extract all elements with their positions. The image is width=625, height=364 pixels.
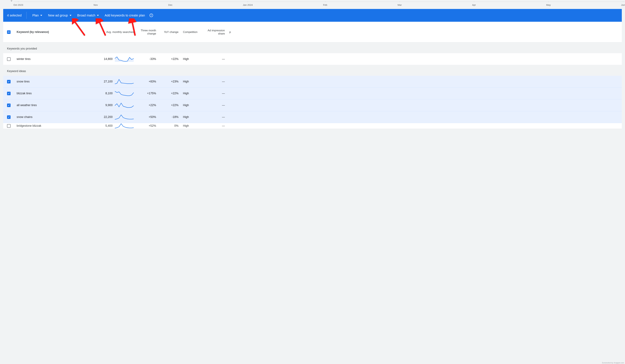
selection-count: 4 selected (7, 12, 27, 19)
three-month-change: +52% (136, 124, 158, 128)
table-row: winter tires 14,800 -33% +22% High — (3, 53, 622, 65)
impression-share-value: — (201, 92, 227, 95)
section-ideas: Keyword ideas (0, 65, 625, 76)
match-dropdown[interactable]: Broad match (77, 14, 99, 17)
col-three-month[interactable]: Three month change (136, 29, 158, 35)
chevron-down-icon (97, 15, 99, 16)
table-row: blizzak tires 8,100 +175% +22% High — (3, 87, 622, 99)
col-truncated: p (227, 30, 235, 34)
timeline-tick: Jan 2024 (243, 1, 253, 6)
adgroup-dropdown[interactable]: New ad group (48, 14, 71, 17)
add-keywords-action[interactable]: Add keywords to create plan (105, 14, 145, 17)
avg-searches-value: 27,100 (104, 80, 113, 83)
select-all-checkbox[interactable] (7, 30, 11, 34)
yoy-change: +23% (158, 80, 181, 83)
row-checkbox[interactable] (7, 92, 11, 95)
three-month-change: +175% (136, 92, 158, 95)
impression-share-value: — (201, 124, 227, 128)
timeline-tick: Mar (398, 1, 402, 6)
chevron-down-icon (70, 15, 71, 16)
selection-actionbar: 4 selected Plan New ad group Broad match… (3, 9, 622, 22)
avg-searches-cell: 22,200 (90, 114, 136, 120)
axis-zero: 0 (11, 0, 12, 2)
three-month-change: -33% (136, 57, 158, 61)
table-row: bridgestone blizzak 5,400 +52% 0% High — (3, 123, 622, 129)
avg-searches-cell: 5,400 (90, 123, 136, 129)
keyword-name[interactable]: blizzak tires (14, 92, 90, 95)
col-competition[interactable]: Competition (181, 30, 201, 34)
yoy-change: 0% (158, 124, 181, 128)
col-yoy[interactable]: YoY change (158, 30, 181, 34)
competition-value: High (181, 57, 201, 61)
avg-searches-cell: 8,100 (90, 91, 136, 96)
timeline-tick: May (546, 1, 551, 6)
plan-label: Plan (32, 14, 39, 17)
avg-searches-value: 5,400 (105, 124, 113, 128)
row-checkbox[interactable] (7, 115, 11, 119)
table-row: snow chains 22,200 +50% -18% High — (3, 111, 622, 123)
timeline-tick: Apr (472, 1, 476, 6)
three-month-change: +83% (136, 80, 158, 83)
timeline-tick: Nov (94, 1, 98, 6)
table-row: snow tires 27,100 +83% +23% High — (3, 76, 622, 87)
yoy-change: +22% (158, 104, 181, 107)
chevron-down-icon (40, 15, 42, 16)
avg-searches-cell: 27,100 (90, 79, 136, 84)
match-label: Broad match (77, 14, 95, 17)
avg-searches-value: 14,800 (104, 57, 113, 61)
avg-searches-cell: 9,900 (90, 103, 136, 108)
avg-searches-value: 9,900 (105, 104, 113, 107)
competition-value: High (181, 92, 201, 95)
three-month-change: +22% (136, 104, 158, 107)
keyword-name[interactable]: bridgestone blizzak (14, 124, 90, 128)
timeline-tick: Oct 2023 (13, 1, 23, 6)
table-header-row: Keyword (by relevance) Avg. monthly sear… (3, 22, 622, 43)
keyword-name[interactable]: snow tires (14, 80, 90, 83)
competition-value: High (181, 124, 201, 128)
avg-searches-value: 22,200 (104, 115, 113, 119)
col-impression-share[interactable]: Ad impression share (201, 29, 227, 35)
three-month-change: +50% (136, 115, 158, 119)
col-avg-searches[interactable]: Avg. monthly searches (90, 30, 136, 34)
table-row: all weather tires 9,900 +22% +22% High — (3, 99, 622, 111)
timeline-tick: Feb (323, 1, 327, 6)
keyword-name[interactable]: winter tires (14, 57, 90, 61)
competition-value: High (181, 115, 201, 119)
timeline-tick: Jun (621, 1, 625, 6)
help-icon[interactable]: ? (150, 14, 153, 17)
row-checkbox[interactable] (7, 104, 11, 107)
impression-share-value: — (201, 57, 227, 61)
impression-share-value: — (201, 80, 227, 83)
impression-share-value: — (201, 104, 227, 107)
avg-searches-cell: 14,800 (90, 56, 136, 62)
row-checkbox[interactable] (7, 80, 11, 84)
keyword-name[interactable]: snow chains (14, 115, 90, 119)
competition-value: High (181, 104, 201, 107)
competition-value: High (181, 80, 201, 83)
adgroup-label: New ad group (48, 14, 68, 17)
yoy-change: +22% (158, 92, 181, 95)
yoy-change: -18% (158, 115, 181, 119)
section-provided: Keywords you provided (0, 43, 625, 53)
timeline-tick: Dec (168, 1, 173, 6)
timeline-axis: 0 Oct 2023NovDecJan 2024FebMarAprMayJun (0, 0, 625, 9)
col-keyword[interactable]: Keyword (by relevance) (14, 30, 90, 34)
impression-share-value: — (201, 115, 227, 119)
plan-dropdown[interactable]: Plan (32, 14, 42, 17)
row-checkbox[interactable] (7, 124, 11, 128)
row-checkbox[interactable] (7, 57, 11, 61)
yoy-change: +22% (158, 57, 181, 61)
keyword-name[interactable]: all weather tires (14, 104, 90, 107)
avg-searches-value: 8,100 (105, 92, 113, 95)
